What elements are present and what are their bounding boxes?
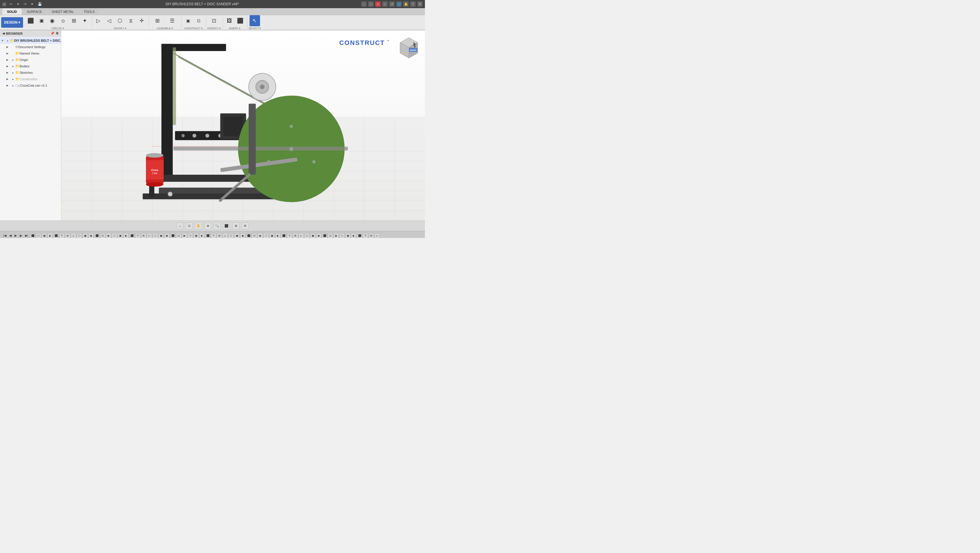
anim-icon-48[interactable]: ⬡ bbox=[304, 233, 310, 238]
anim-icon-15[interactable]: ⬡ bbox=[112, 233, 117, 238]
anim-icon-44[interactable]: ⬛ bbox=[281, 233, 286, 238]
tree-item-construction[interactable]: ▶ ● 📁 Construction , bbox=[0, 76, 61, 82]
anim-prev-btn[interactable]: ◀ bbox=[8, 234, 13, 238]
grid-btn[interactable]: ⊞ bbox=[232, 222, 239, 230]
design-dropdown[interactable]: DESIGN ▾ bbox=[1, 17, 23, 28]
anim-icon-37[interactable]: ◉ bbox=[240, 233, 245, 238]
pan-btn[interactable]: ✋ bbox=[195, 222, 202, 230]
tab-tools[interactable]: TOOLS bbox=[79, 8, 99, 15]
anim-icon-13[interactable]: ⊡ bbox=[100, 233, 105, 238]
anim-first-btn[interactable]: |◀ bbox=[2, 234, 7, 238]
refresh-btn[interactable]: ↺ bbox=[389, 2, 395, 7]
anim-icon-2[interactable]: ⬡ bbox=[36, 233, 41, 238]
anim-icon-51[interactable]: ⬛ bbox=[322, 233, 327, 238]
modify-chamfer-btn[interactable]: ⬡ bbox=[115, 15, 125, 26]
anim-icon-33[interactable]: ⊞ bbox=[217, 233, 222, 238]
anim-icon-46[interactable]: ⊞ bbox=[293, 233, 298, 238]
anim-icon-54[interactable]: ⬡ bbox=[339, 233, 345, 238]
modify-fillet-btn[interactable]: ◁ bbox=[104, 15, 115, 26]
anim-icon-5[interactable]: ⬛ bbox=[53, 233, 59, 238]
anim-icon-57[interactable]: ⬛ bbox=[357, 233, 362, 238]
anim-icon-28[interactable]: ⬡ bbox=[188, 233, 193, 238]
tab-surface[interactable]: SURFACE bbox=[22, 8, 47, 15]
anim-icon-20[interactable]: ⊞ bbox=[141, 233, 146, 238]
anim-icon-56[interactable]: ◐ bbox=[351, 233, 356, 238]
anim-icon-7[interactable]: ⊞ bbox=[65, 233, 70, 238]
anim-icon-47[interactable]: ▷ bbox=[299, 233, 304, 238]
anim-icon-31[interactable]: ⬛ bbox=[205, 233, 210, 238]
anim-icon-45[interactable]: ⧖ bbox=[287, 233, 292, 238]
anim-icon-16[interactable]: ▣ bbox=[118, 233, 123, 238]
anim-icon-36[interactable]: ▣ bbox=[234, 233, 240, 238]
globe-btn[interactable]: 🌐 bbox=[396, 2, 402, 7]
create-cylinder-btn[interactable]: ▣ bbox=[36, 15, 47, 26]
anim-icon-23[interactable]: ▣ bbox=[159, 233, 164, 238]
save-btn[interactable]: 💾 bbox=[37, 2, 43, 7]
anim-icon-25[interactable]: ⬛ bbox=[170, 233, 175, 238]
anim-icon-43[interactable]: ◐ bbox=[275, 233, 280, 238]
zoom-window-btn[interactable]: 🔍 bbox=[214, 222, 221, 230]
anim-icon-9[interactable]: ⬡ bbox=[77, 233, 82, 238]
bodies-eye[interactable]: ● bbox=[11, 65, 15, 68]
create-mirror-btn[interactable]: ⊞ bbox=[68, 15, 79, 26]
undo-btn[interactable]: ↩ bbox=[8, 2, 14, 7]
maximize-btn[interactable]: □ bbox=[368, 2, 374, 7]
anim-icon-35[interactable]: ⬡ bbox=[229, 233, 234, 238]
home-view-btn[interactable]: ⌂ bbox=[176, 222, 183, 230]
modify-move-btn[interactable]: ✛ bbox=[136, 15, 147, 26]
browser-collapse-btn[interactable]: ◀ bbox=[2, 32, 5, 35]
root-eye[interactable]: ● bbox=[5, 39, 10, 42]
anim-icon-53[interactable]: ▶ bbox=[334, 233, 339, 238]
anim-icon-29[interactable]: ▣ bbox=[194, 233, 199, 238]
anim-last-btn[interactable]: ▶| bbox=[24, 234, 29, 238]
new-tab-btn[interactable]: + bbox=[382, 2, 388, 7]
anim-icon-22[interactable]: ⬡ bbox=[153, 233, 158, 238]
close-btn[interactable]: ✕ bbox=[375, 2, 380, 7]
anim-icon-11[interactable]: ◉ bbox=[88, 233, 94, 238]
anim-icon-55[interactable]: ▣ bbox=[345, 233, 350, 238]
anim-icon-27[interactable]: ▶ bbox=[182, 233, 187, 238]
anim-icon-19[interactable]: ⧖ bbox=[135, 233, 140, 238]
create-box-btn[interactable]: ⬛ bbox=[25, 15, 36, 26]
anim-icon-50[interactable]: ◉ bbox=[316, 233, 321, 238]
anim-icon-14[interactable]: ▶ bbox=[106, 233, 111, 238]
anim-icon-38[interactable]: ⬛ bbox=[246, 233, 251, 238]
anim-icon-10[interactable]: ▣ bbox=[83, 233, 88, 238]
undo-arrow[interactable]: ▾ bbox=[16, 2, 20, 7]
create-sphere-btn[interactable]: ◉ bbox=[47, 15, 57, 26]
modify-shell-btn[interactable]: ⧖ bbox=[126, 15, 136, 26]
anim-icon-1[interactable]: ⬛ bbox=[30, 233, 35, 238]
bell-btn[interactable]: 🔔 bbox=[403, 2, 409, 7]
tree-item-cocacola[interactable]: ▶ ● □ ◎ CocaCola can v1:1 bbox=[0, 82, 61, 89]
anim-icon-3[interactable]: ▣ bbox=[42, 233, 47, 238]
browser-pin-btn[interactable]: 📌 bbox=[51, 32, 54, 35]
viewport[interactable]: Coca Cola bbox=[61, 30, 425, 221]
anim-icon-12[interactable]: ⬛ bbox=[94, 233, 100, 238]
view-cube[interactable]: RIGHT bbox=[399, 36, 419, 59]
anim-icon-49[interactable]: ▣ bbox=[310, 233, 315, 238]
anim-icon-59[interactable]: ⊞ bbox=[369, 233, 374, 238]
anim-icon-6[interactable]: ⧖ bbox=[59, 233, 65, 238]
assemble-joint-btn[interactable]: ☰ bbox=[165, 15, 180, 26]
anim-icon-42[interactable]: ▣ bbox=[269, 233, 275, 238]
anim-icon-24[interactable]: ◉ bbox=[164, 233, 170, 238]
anim-icon-30[interactable]: ◐ bbox=[199, 233, 205, 238]
anim-icon-4[interactable]: ◐ bbox=[48, 233, 53, 238]
tree-item-namedviews[interactable]: ▶ 📁 Named Views bbox=[0, 50, 61, 57]
settings-btn[interactable]: ⚙ bbox=[242, 222, 249, 230]
redo-btn[interactable]: ↪ bbox=[22, 2, 28, 7]
fit-all-btn[interactable]: ⊡ bbox=[186, 222, 192, 230]
create-torus-btn[interactable]: ⊙ bbox=[58, 15, 68, 26]
anim-icon-21[interactable]: ▷ bbox=[147, 233, 152, 238]
modify-push-btn[interactable]: ▷ bbox=[93, 15, 103, 26]
tab-sheetmetal[interactable]: SHEET METAL bbox=[47, 8, 78, 15]
zoom-btn[interactable]: ⊕ bbox=[204, 222, 211, 230]
anim-icon-8[interactable]: ▷ bbox=[71, 233, 76, 238]
anim-icon-26[interactable]: ⊡ bbox=[176, 233, 181, 238]
tree-item-root[interactable]: ▼ ● 📁 DIY BRUSHLESS BELT + DISC... 📌 bbox=[0, 37, 61, 44]
cocacola-eye[interactable]: ● bbox=[11, 84, 15, 87]
minimize-btn[interactable]: – bbox=[361, 2, 367, 7]
anim-icon-18[interactable]: ⬛ bbox=[129, 233, 135, 238]
insert-decal-btn[interactable]: ⬛ bbox=[235, 15, 245, 26]
help-btn[interactable]: ? bbox=[410, 2, 415, 7]
